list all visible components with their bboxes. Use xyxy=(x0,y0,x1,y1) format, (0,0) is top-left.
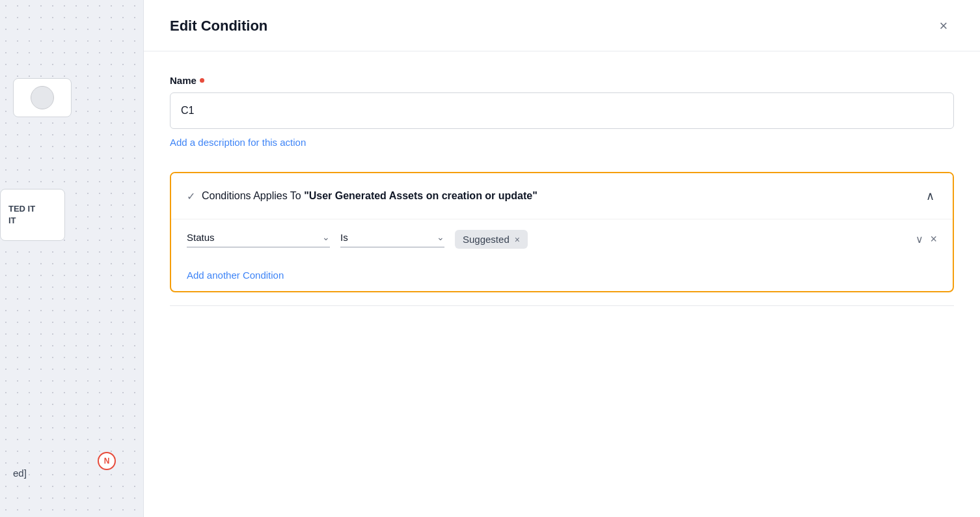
field-select[interactable]: Status ⌄ xyxy=(187,232,330,247)
name-label: Name xyxy=(170,75,954,86)
name-input[interactable] xyxy=(170,92,954,129)
condition-applies-to-label: Conditions Applies To "User Generated As… xyxy=(202,190,538,202)
field-select-chevron-icon: ⌄ xyxy=(322,232,330,242)
node-circle xyxy=(31,86,54,109)
condition-block: ✓ Conditions Applies To "User Generated … xyxy=(170,172,954,292)
condition-collapse-button[interactable]: ∧ xyxy=(923,186,937,206)
operator-select[interactable]: Is ⌄ xyxy=(340,232,444,247)
node-card-bottom: TED IT IT xyxy=(0,189,65,241)
node-card-text: TED IT xyxy=(8,203,57,215)
row-expand-button[interactable]: ∨ xyxy=(916,233,923,245)
checkmark-icon: ✓ xyxy=(187,190,195,203)
row-delete-button[interactable]: × xyxy=(930,232,937,246)
add-description-link[interactable]: Add a description for this action xyxy=(170,137,306,148)
node-card-top xyxy=(13,78,72,117)
panel-body: Name Add a description for this action ✓… xyxy=(144,51,980,517)
partial-text: ed] xyxy=(0,468,27,479)
edit-condition-panel: Edit Condition × Name Add a description … xyxy=(143,0,980,517)
n-node-badge: N xyxy=(98,452,116,470)
condition-header: ✓ Conditions Applies To "User Generated … xyxy=(171,173,953,219)
condition-applies-to-value: "User Generated Assets on creation or up… xyxy=(304,190,538,201)
condition-row: Status ⌄ Is ⌄ Suggested × ∨ × xyxy=(171,219,953,259)
operator-select-label: Is xyxy=(340,232,431,243)
close-button[interactable]: × xyxy=(933,16,954,36)
panel-title: Edit Condition xyxy=(170,18,267,35)
field-select-label: Status xyxy=(187,232,317,243)
condition-header-left: ✓ Conditions Applies To "User Generated … xyxy=(187,190,538,203)
value-tag: Suggested × xyxy=(455,230,528,249)
panel-divider xyxy=(170,305,954,306)
tag-remove-button[interactable]: × xyxy=(515,234,520,245)
row-actions: ∨ × xyxy=(916,232,937,246)
tag-value: Suggested xyxy=(463,234,510,245)
panel-header: Edit Condition × xyxy=(144,0,980,51)
node-card-text-2: IT xyxy=(8,215,57,227)
required-indicator xyxy=(200,78,204,83)
name-field-group: Name Add a description for this action xyxy=(170,75,954,148)
operator-select-chevron-icon: ⌄ xyxy=(437,232,444,242)
add-another-condition-link[interactable]: Add another Condition xyxy=(171,259,299,291)
